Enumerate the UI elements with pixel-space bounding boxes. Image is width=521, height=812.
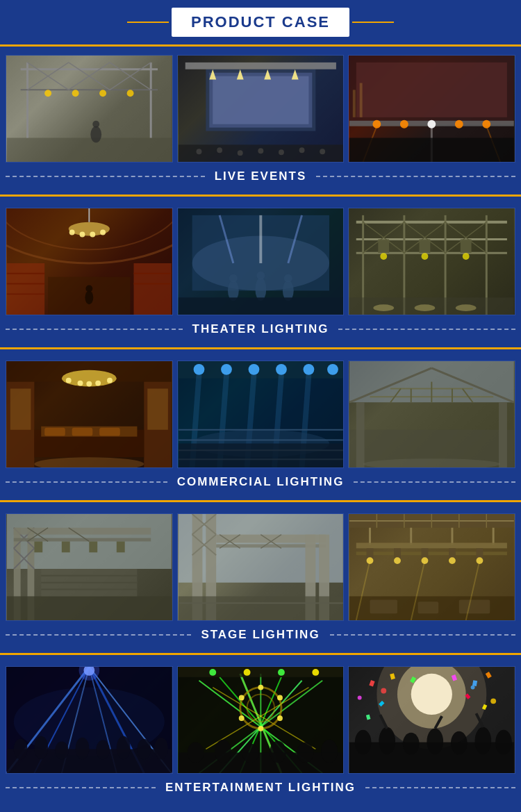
svg-point-242 — [96, 740, 110, 760]
svg-point-238 — [14, 739, 28, 760]
svg-point-111 — [86, 381, 92, 387]
stage-lighting-label-row: STAGE LIGHTING — [6, 621, 515, 647]
svg-point-265 — [215, 740, 231, 763]
svg-rect-22 — [185, 63, 336, 69]
commercial-dash-right — [354, 481, 515, 483]
svg-point-302 — [475, 727, 492, 754]
live-events-dash-right — [316, 176, 515, 177]
theater-image-2 — [177, 208, 345, 315]
svg-point-113 — [107, 378, 113, 383]
svg-point-297 — [355, 730, 372, 755]
svg-point-292 — [381, 688, 387, 694]
stage-image-1 — [6, 513, 173, 621]
svg-point-268 — [297, 743, 313, 763]
svg-point-126 — [193, 364, 204, 375]
svg-point-129 — [276, 364, 287, 375]
svg-rect-220 — [477, 548, 483, 558]
entertainment-lighting-label: ENTERTAINMENT LIGHTING — [156, 781, 365, 795]
theater-dash-right — [338, 329, 515, 330]
svg-point-103 — [374, 304, 395, 311]
svg-point-128 — [248, 364, 259, 375]
svg-point-58 — [100, 230, 106, 235]
svg-point-99 — [422, 253, 429, 260]
svg-point-300 — [427, 729, 444, 755]
svg-point-30 — [237, 150, 242, 156]
theater-lighting-images — [6, 208, 515, 315]
section-live-events: LIVE EVENTS — [0, 47, 521, 194]
svg-point-269 — [321, 740, 338, 763]
svg-point-241 — [76, 738, 90, 760]
svg-point-294 — [491, 698, 497, 704]
theater-image-1 — [6, 208, 173, 315]
svg-rect-225 — [459, 599, 490, 613]
live-event-image-1 — [6, 55, 173, 163]
commercial-image-3 — [348, 361, 515, 468]
svg-rect-21 — [213, 76, 308, 124]
svg-point-295 — [358, 695, 362, 699]
svg-point-277 — [238, 695, 244, 700]
theater-image-3 — [348, 208, 515, 315]
svg-rect-155 — [356, 402, 365, 467]
svg-rect-61 — [133, 263, 171, 315]
svg-rect-210 — [356, 542, 507, 548]
svg-point-110 — [78, 381, 83, 386]
section-commercial-lighting: COMMERCIAL LIGHTING — [0, 352, 521, 500]
svg-point-57 — [90, 232, 95, 238]
svg-rect-216 — [422, 548, 429, 558]
commercial-lighting-label-row: COMMERCIAL LIGHTING — [6, 468, 515, 495]
entertainment-dash-left — [6, 787, 156, 788]
svg-point-78 — [256, 272, 265, 280]
svg-rect-117 — [147, 388, 168, 429]
svg-point-240 — [55, 742, 69, 760]
svg-rect-116 — [10, 388, 31, 429]
theater-lighting-label-row: THEATER LIGHTING — [6, 315, 515, 342]
svg-point-261 — [278, 669, 285, 676]
page-header: PRODUCT CASE — [0, 0, 521, 47]
section-theater-lighting: THEATER LIGHTING — [0, 199, 521, 347]
svg-rect-48 — [353, 90, 356, 117]
svg-point-80 — [284, 274, 292, 283]
svg-rect-174 — [117, 541, 125, 552]
svg-point-293 — [471, 686, 475, 690]
divider-4 — [0, 653, 521, 655]
svg-rect-47 — [349, 138, 514, 162]
svg-rect-98 — [420, 239, 431, 253]
svg-rect-224 — [418, 602, 439, 613]
svg-point-239 — [34, 736, 48, 760]
svg-point-275 — [258, 726, 263, 731]
svg-rect-223 — [370, 599, 397, 613]
svg-point-244 — [137, 739, 151, 760]
svg-rect-214 — [394, 548, 401, 558]
svg-rect-96 — [379, 239, 390, 253]
svg-point-16 — [90, 126, 101, 143]
svg-point-67 — [85, 290, 93, 304]
commercial-image-1 — [6, 361, 173, 468]
svg-point-273 — [277, 695, 283, 700]
svg-point-32 — [279, 149, 284, 155]
svg-point-264 — [187, 743, 204, 763]
theater-dash-left — [6, 329, 183, 330]
divider-3 — [0, 500, 521, 502]
svg-point-243 — [117, 736, 131, 760]
svg-point-272 — [258, 685, 263, 690]
product-case-badge: PRODUCT CASE — [170, 6, 351, 38]
svg-point-298 — [379, 727, 396, 754]
svg-point-109 — [66, 378, 72, 383]
stage-dash-left — [6, 634, 191, 636]
page-title: PRODUCT CASE — [191, 13, 330, 31]
svg-rect-212 — [367, 548, 374, 558]
svg-point-245 — [154, 738, 168, 760]
commercial-dash-left — [6, 481, 167, 483]
svg-rect-218 — [449, 548, 456, 558]
svg-point-76 — [229, 274, 238, 283]
svg-point-112 — [95, 381, 101, 386]
svg-rect-171 — [34, 541, 42, 552]
svg-rect-175 — [7, 596, 172, 620]
svg-point-28 — [196, 149, 201, 154]
commercial-lighting-images — [6, 361, 515, 468]
live-events-images — [6, 55, 515, 163]
svg-point-105 — [456, 304, 477, 311]
svg-point-259 — [209, 669, 216, 676]
svg-rect-121 — [72, 428, 93, 436]
svg-point-267 — [270, 741, 286, 763]
